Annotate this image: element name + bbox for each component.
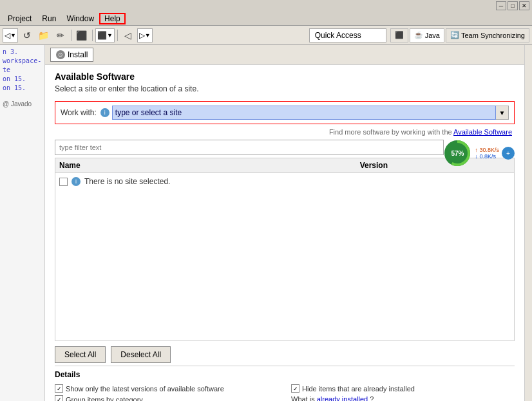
- toolbar-btn-back[interactable]: ◁: [120, 28, 136, 42]
- progress-overlay: 57% ↑ 30.8K/s ↓ 0.8K/s +: [442, 138, 515, 168]
- nav-dropdown[interactable]: ⬛▼: [95, 28, 115, 42]
- details-section: Details ✓ Show only the latest versions …: [55, 366, 515, 401]
- toolbar-btn-2[interactable]: 📁: [36, 28, 52, 42]
- separator-3: [117, 30, 118, 41]
- checkbox-row-1: ✓ Show only the latest versions of avail…: [55, 384, 278, 393]
- code-line-2: workspace-te: [3, 57, 42, 75]
- site-input[interactable]: [112, 106, 496, 120]
- install-tab-bar: ⊙ Install: [45, 45, 524, 65]
- no-site-checkbox[interactable]: [59, 178, 68, 186]
- checkbox-group[interactable]: ✓: [55, 395, 63, 401]
- details-title: Details: [55, 370, 515, 379]
- speed-info: ↑ 30.8K/s ↓ 0.8K/s: [475, 147, 499, 160]
- close-button[interactable]: ✕: [519, 1, 529, 10]
- toolbar: ◁▼ ↺ 📁 ✏ ⬛ ⬛▼ ◁ ▷▼ Quick Access ⬛ ☕ Java…: [0, 26, 532, 45]
- no-site-row: i There is no site selected.: [59, 177, 510, 186]
- separator-2: [92, 30, 93, 41]
- circular-progress: 57%: [442, 138, 472, 168]
- checkbox-latest[interactable]: ✓: [55, 384, 63, 393]
- window-controls: ─ □ ✕: [496, 1, 529, 10]
- maximize-button[interactable]: □: [508, 1, 518, 10]
- btn-java[interactable]: ☕ Java: [410, 28, 444, 42]
- install-tab-button[interactable]: ⊙ Install: [50, 48, 93, 62]
- extra-icon: +: [502, 147, 515, 160]
- quick-access-label: Quick Access: [315, 31, 361, 40]
- checkbox-hide[interactable]: ✓: [291, 384, 299, 393]
- team-sync-icon: 🔄: [450, 31, 459, 39]
- toolbar-btn-1[interactable]: ↺: [19, 28, 35, 42]
- what-is-row: What is already installed ?: [291, 395, 515, 401]
- dialog-title: Available Software: [55, 71, 515, 82]
- code-line-1: n 3.: [3, 48, 42, 57]
- buttons-row: Select All Deselect All: [55, 341, 515, 366]
- col-left: ✓ Show only the latest versions of avail…: [55, 384, 278, 401]
- deselect-all-button[interactable]: Deselect All: [111, 346, 171, 363]
- code-line-4: on 15.: [3, 84, 42, 93]
- work-with-row: Work with: i ▼: [55, 101, 515, 124]
- main-area: n 3. workspace-te on 15. on 15. @ Javado…: [0, 45, 532, 401]
- dialog-subtitle: Select a site or enter the location of a…: [55, 84, 515, 93]
- checkbox-row-2: ✓ Group items by category: [55, 395, 278, 401]
- quick-access-box[interactable]: Quick Access: [309, 28, 386, 42]
- col-name-header: Name: [59, 161, 360, 170]
- work-with-info-icon[interactable]: i: [100, 108, 109, 117]
- team-sync-label: Team Synchronizing: [461, 32, 525, 39]
- speed-down: ↓ 0.8K/s: [475, 153, 499, 160]
- table-body: i There is no site selected.: [55, 173, 514, 340]
- btn-icon-1[interactable]: ⬛: [390, 28, 408, 42]
- dialog-content: Available Software Select a site or ente…: [45, 65, 524, 401]
- no-site-message: There is no site selected.: [84, 177, 170, 186]
- no-site-info-icon: i: [71, 177, 81, 186]
- checkbox-row-3: ✓ Hide items that are already installed: [291, 384, 515, 393]
- btn-team-sync[interactable]: 🔄 Team Synchronizing: [446, 28, 529, 42]
- back-dropdown[interactable]: ◁▼: [3, 28, 18, 42]
- install-icon: ⊙: [56, 50, 65, 59]
- title-bar: ─ □ ✕: [0, 0, 532, 12]
- menu-help[interactable]: Help: [99, 13, 126, 24]
- java-label: Java: [425, 32, 440, 39]
- checkboxes-area: ✓ Show only the latest versions of avail…: [55, 384, 515, 401]
- select-all-button[interactable]: Select All: [55, 346, 106, 363]
- checkbox-hide-label: Hide items that are already installed: [302, 385, 415, 393]
- left-panel: n 3. workspace-te on 15. on 15. @ Javado: [0, 45, 45, 401]
- what-is-suffix: ?: [370, 395, 374, 401]
- menu-project[interactable]: Project: [3, 13, 37, 24]
- left-code: n 3. workspace-te on 15. on 15.: [0, 45, 44, 95]
- filter-input[interactable]: [55, 140, 444, 155]
- progress-label: 57%: [451, 150, 464, 157]
- find-more-prefix: Find more software by working with the: [329, 128, 453, 136]
- site-dropdown[interactable]: ▼: [496, 106, 509, 120]
- forward-dropdown[interactable]: ▷▼: [137, 28, 153, 42]
- what-is-prefix: What is: [291, 395, 317, 401]
- menu-run[interactable]: Run: [37, 13, 61, 24]
- available-software-link[interactable]: Available Software: [453, 128, 512, 136]
- javadoc-label: @ Javado: [0, 98, 44, 110]
- menu-window[interactable]: Window: [61, 13, 99, 24]
- software-table: Name Version i There is no site selected…: [55, 158, 515, 341]
- checkbox-group-label: Group items by category: [66, 396, 143, 402]
- already-installed-link[interactable]: already installed: [317, 395, 368, 401]
- perspective-buttons: ⬛ ☕ Java 🔄 Team Synchronizing: [390, 28, 529, 42]
- minimize-button[interactable]: ─: [496, 1, 506, 10]
- toolbar-btn-4[interactable]: ⬛: [74, 28, 90, 42]
- menu-bar: Project Run Window Help: [0, 12, 532, 26]
- java-icon: ☕: [414, 31, 423, 39]
- code-line-3: on 15.: [3, 75, 42, 84]
- speed-up: ↑ 30.8K/s: [475, 147, 499, 153]
- right-panel: [524, 45, 532, 401]
- find-more-row: Find more software by working with the A…: [55, 128, 515, 136]
- dialog-area: ⊙ Install Available Software Select a si…: [45, 45, 524, 401]
- checkbox-latest-label: Show only the latest versions of availab…: [66, 385, 224, 393]
- work-with-label: Work with:: [61, 108, 97, 117]
- filter-area: 57% ↑ 30.8K/s ↓ 0.8K/s +: [55, 140, 515, 155]
- install-tab-label: Install: [68, 50, 88, 59]
- separator-1: [71, 30, 71, 41]
- toolbar-btn-3[interactable]: ✏: [53, 28, 68, 42]
- col-right: ✓ Hide items that are already installed …: [291, 384, 515, 401]
